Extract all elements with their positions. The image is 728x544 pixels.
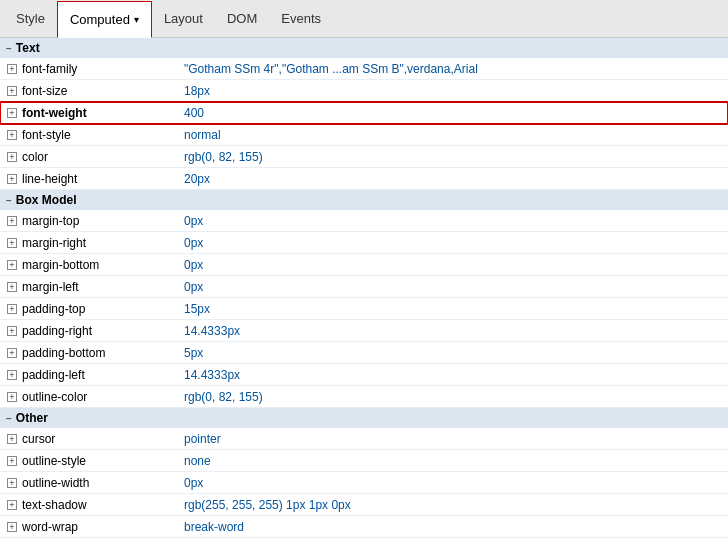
prop-expand-font-size[interactable]: + <box>0 85 20 96</box>
expand-icon: + <box>7 130 17 140</box>
prop-row-margin-right: +margin-right0px <box>0 232 728 254</box>
prop-expand-font-weight[interactable]: + <box>0 107 20 118</box>
tab-style[interactable]: Style <box>4 0 57 37</box>
prop-name-cursor: cursor <box>20 430 180 448</box>
prop-value-cursor: pointer <box>180 430 728 448</box>
prop-name-padding-left: padding-left <box>20 366 180 384</box>
prop-row-font-style: +font-stylenormal <box>0 124 728 146</box>
expand-icon: + <box>7 238 17 248</box>
expand-icon: + <box>7 64 17 74</box>
prop-value-outline-color: rgb(0, 82, 155) <box>180 388 728 406</box>
section-collapse-icon-box-model: − <box>6 195 12 206</box>
prop-name-margin-left: margin-left <box>20 278 180 296</box>
prop-name-margin-top: margin-top <box>20 212 180 230</box>
prop-name-margin-right: margin-right <box>20 234 180 252</box>
prop-expand-outline-width[interactable]: + <box>0 477 20 488</box>
expand-icon: + <box>7 108 17 118</box>
section-header-box-model[interactable]: −Box Model <box>0 190 728 210</box>
tab-layout[interactable]: Layout <box>152 0 215 37</box>
prop-value-outline-style: none <box>180 452 728 470</box>
prop-expand-word-wrap[interactable]: + <box>0 521 20 532</box>
expand-icon: + <box>7 370 17 380</box>
expand-icon: + <box>7 348 17 358</box>
prop-expand-padding-left[interactable]: + <box>0 369 20 380</box>
section-header-text[interactable]: −Text <box>0 38 728 58</box>
expand-icon: + <box>7 216 17 226</box>
prop-row-line-height: +line-height20px <box>0 168 728 190</box>
prop-name-margin-bottom: margin-bottom <box>20 256 180 274</box>
prop-value-font-style: normal <box>180 126 728 144</box>
prop-expand-outline-style[interactable]: + <box>0 455 20 466</box>
prop-row-font-weight: +font-weight400 <box>0 102 728 124</box>
expand-icon: + <box>7 456 17 466</box>
prop-value-font-weight: 400 <box>180 104 728 122</box>
expand-icon: + <box>7 260 17 270</box>
prop-row-margin-bottom: +margin-bottom0px <box>0 254 728 276</box>
prop-value-font-family: "Gotham SSm 4r","Gotham ...am SSm B",ver… <box>180 60 728 78</box>
section-collapse-icon-other: − <box>6 413 12 424</box>
expand-icon: + <box>7 174 17 184</box>
prop-row-outline-style: +outline-stylenone <box>0 450 728 472</box>
prop-expand-padding-right[interactable]: + <box>0 325 20 336</box>
prop-name-text-shadow: text-shadow <box>20 496 180 514</box>
prop-row-font-family: +font-family"Gotham SSm 4r","Gotham ...a… <box>0 58 728 80</box>
prop-name-padding-right: padding-right <box>20 322 180 340</box>
tab-bar: Style Computed ▾ Layout DOM Events <box>0 0 728 38</box>
prop-name-padding-bottom: padding-bottom <box>20 344 180 362</box>
section-label-other: Other <box>16 411 48 425</box>
prop-expand-margin-left[interactable]: + <box>0 281 20 292</box>
section-collapse-icon-text: − <box>6 43 12 54</box>
prop-expand-margin-top[interactable]: + <box>0 215 20 226</box>
tab-computed[interactable]: Computed ▾ <box>57 1 152 38</box>
prop-value-padding-left: 14.4333px <box>180 366 728 384</box>
prop-row-color: +colorrgb(0, 82, 155) <box>0 146 728 168</box>
prop-row-text-shadow: +text-shadowrgb(255, 255, 255) 1px 1px 0… <box>0 494 728 516</box>
tab-dom[interactable]: DOM <box>215 0 269 37</box>
prop-expand-line-height[interactable]: + <box>0 173 20 184</box>
computed-panel: −Text+font-family"Gotham SSm 4r","Gotham… <box>0 38 728 544</box>
prop-expand-padding-bottom[interactable]: + <box>0 347 20 358</box>
expand-icon: + <box>7 326 17 336</box>
prop-value-font-size: 18px <box>180 82 728 100</box>
prop-name-line-height: line-height <box>20 170 180 188</box>
section-label-box-model: Box Model <box>16 193 77 207</box>
prop-name-font-family: font-family <box>20 60 180 78</box>
prop-value-line-height: 20px <box>180 170 728 188</box>
prop-expand-outline-color[interactable]: + <box>0 391 20 402</box>
prop-name-font-size: font-size <box>20 82 180 100</box>
prop-row-padding-top: +padding-top15px <box>0 298 728 320</box>
expand-icon: + <box>7 86 17 96</box>
expand-icon: + <box>7 304 17 314</box>
expand-icon: + <box>7 392 17 402</box>
prop-value-margin-left: 0px <box>180 278 728 296</box>
dropdown-arrow-icon: ▾ <box>134 14 139 25</box>
prop-expand-color[interactable]: + <box>0 151 20 162</box>
prop-value-padding-bottom: 5px <box>180 344 728 362</box>
prop-row-padding-left: +padding-left14.4333px <box>0 364 728 386</box>
expand-icon: + <box>7 500 17 510</box>
prop-row-outline-width: +outline-width0px <box>0 472 728 494</box>
tab-events[interactable]: Events <box>269 0 333 37</box>
prop-row-cursor: +cursorpointer <box>0 428 728 450</box>
expand-icon: + <box>7 478 17 488</box>
prop-expand-cursor[interactable]: + <box>0 433 20 444</box>
section-header-other[interactable]: −Other <box>0 408 728 428</box>
prop-value-margin-right: 0px <box>180 234 728 252</box>
expand-icon: + <box>7 152 17 162</box>
prop-expand-font-family[interactable]: + <box>0 63 20 74</box>
prop-expand-margin-right[interactable]: + <box>0 237 20 248</box>
prop-value-margin-top: 0px <box>180 212 728 230</box>
prop-row-outline-color: +outline-colorrgb(0, 82, 155) <box>0 386 728 408</box>
prop-name-font-style: font-style <box>20 126 180 144</box>
prop-value-text-shadow: rgb(255, 255, 255) 1px 1px 0px <box>180 496 728 514</box>
prop-expand-margin-bottom[interactable]: + <box>0 259 20 270</box>
prop-name-font-weight: font-weight <box>20 104 180 122</box>
prop-row-font-size: +font-size18px <box>0 80 728 102</box>
prop-expand-padding-top[interactable]: + <box>0 303 20 314</box>
prop-expand-font-style[interactable]: + <box>0 129 20 140</box>
prop-name-outline-color: outline-color <box>20 388 180 406</box>
prop-row-margin-top: +margin-top0px <box>0 210 728 232</box>
prop-expand-text-shadow[interactable]: + <box>0 499 20 510</box>
prop-value-outline-width: 0px <box>180 474 728 492</box>
prop-value-padding-top: 15px <box>180 300 728 318</box>
